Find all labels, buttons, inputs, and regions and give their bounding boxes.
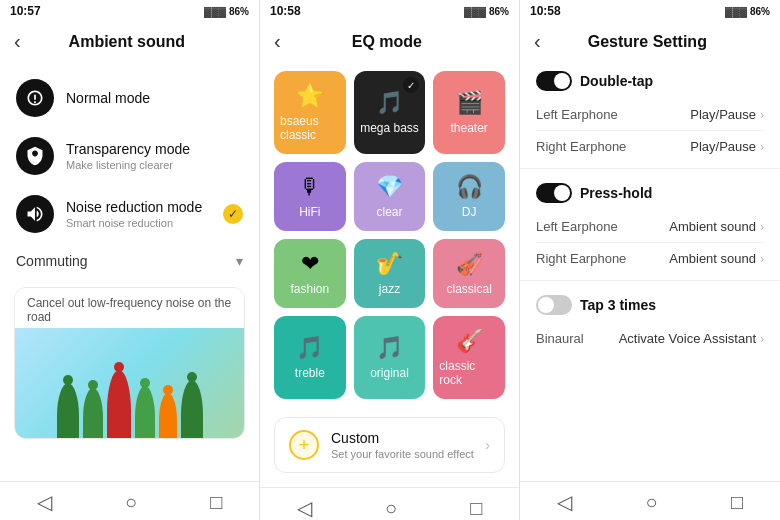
time-3: 10:58 <box>530 4 561 18</box>
people-silhouettes <box>57 370 203 438</box>
transparency-mode-label: Transparency mode <box>66 141 243 157</box>
ambient-header: ‹ Ambient sound <box>0 22 259 61</box>
double-tap-label: Double-tap <box>580 73 653 89</box>
normal-mode-label: Normal mode <box>66 90 243 106</box>
person-6 <box>181 380 203 438</box>
eq-cell-original[interactable]: 🎵 original <box>354 316 426 399</box>
nav-recents-3[interactable]: □ <box>731 491 743 514</box>
nav-recents-1[interactable]: □ <box>210 491 222 514</box>
press-hold-right-value: Ambient sound <box>669 251 756 266</box>
press-hold-right-label: Right Earphone <box>536 251 669 266</box>
hifi-icon: 🎙 <box>299 174 321 200</box>
noise-icon <box>16 195 54 233</box>
status-bar-2: 10:58 ▓▓▓ 86% <box>260 0 519 22</box>
bottom-nav-2: ◁ ○ □ <box>260 487 519 520</box>
normal-mode-item[interactable]: Normal mode <box>0 69 259 127</box>
dj-label: DJ <box>462 205 477 219</box>
clear-icon: 💎 <box>376 174 403 200</box>
classicrock-label: classic rock <box>439 359 499 387</box>
double-tap-left-value: Play/Pause <box>690 107 756 122</box>
eq-cell-classical[interactable]: 🎻 classical <box>433 239 505 308</box>
transparency-mode-item[interactable]: Transparency mode Make listening clearer <box>0 127 259 185</box>
custom-row[interactable]: + Custom Set your favorite sound effect … <box>274 417 505 473</box>
dropdown-arrow: ▾ <box>236 253 243 269</box>
eq-cell-treble[interactable]: 🎵 treble <box>274 316 346 399</box>
commuting-dropdown[interactable]: Commuting ▾ <box>0 243 259 279</box>
eq-cell-classicrock[interactable]: 🎸 classic rock <box>433 316 505 399</box>
eq-cell-clear[interactable]: 💎 clear <box>354 162 426 231</box>
treble-icon: 🎵 <box>296 335 323 361</box>
normal-mode-icon <box>16 79 54 117</box>
status-bar-1: 10:57 ▓▓▓ 86% <box>0 0 259 22</box>
double-tap-right-label: Right Earphone <box>536 139 690 154</box>
card-header-text: Cancel out low-frequency noise on the ro… <box>15 288 244 328</box>
eq-cell-theater[interactable]: 🎬 theater <box>433 71 505 154</box>
press-hold-left-row[interactable]: Left Earphone Ambient sound › <box>536 211 764 243</box>
ambient-mode-list: Normal mode Transparency mode Make liste… <box>0 61 259 481</box>
eq-cell-jazz[interactable]: 🎷 jazz <box>354 239 426 308</box>
custom-chevron: › <box>485 437 490 453</box>
noise-mode-sub: Smart noise reduction <box>66 217 223 229</box>
status-icons-2: ▓▓▓ 86% <box>464 6 509 17</box>
classical-label: classical <box>446 282 491 296</box>
status-icons-1: ▓▓▓ 86% <box>204 6 249 17</box>
person-2 <box>83 388 103 438</box>
double-tap-toggle[interactable] <box>536 71 572 91</box>
press-hold-right-row[interactable]: Right Earphone Ambient sound › <box>536 243 764 274</box>
status-icons-3: ▓▓▓ 86% <box>725 6 770 17</box>
double-tap-right-value: Play/Pause <box>690 139 756 154</box>
double-tap-left-row[interactable]: Left Earphone Play/Pause › <box>536 99 764 131</box>
nav-recents-2[interactable]: □ <box>470 497 482 520</box>
jazz-icon: 🎷 <box>376 251 403 277</box>
person-4 <box>135 386 155 438</box>
noise-check-badge: ✓ <box>223 204 243 224</box>
ambient-sound-panel: 10:57 ▓▓▓ 86% ‹ Ambient sound Normal mod… <box>0 0 260 520</box>
press-hold-toggle[interactable] <box>536 183 572 203</box>
tap3-binaural-row[interactable]: Binaural Activate Voice Assistant › <box>536 323 764 354</box>
normal-mode-text: Normal mode <box>66 90 243 106</box>
original-icon: 🎵 <box>376 335 403 361</box>
eq-cell-hifi[interactable]: 🎙 HiFi <box>274 162 346 231</box>
tap3-title: Tap 3 times <box>536 295 764 315</box>
back-button-3[interactable]: ‹ <box>534 30 541 53</box>
noise-mode-label: Noise reduction mode <box>66 199 223 215</box>
nav-back-2[interactable]: ◁ <box>297 496 312 520</box>
noise-mode-item[interactable]: Noise reduction mode Smart noise reducti… <box>0 185 259 243</box>
double-tap-section: Double-tap Left Earphone Play/Pause › Ri… <box>520 61 780 164</box>
tap3-toggle[interactable] <box>536 295 572 315</box>
press-hold-title: Press-hold <box>536 183 764 203</box>
eq-cell-dj[interactable]: 🎧 DJ <box>433 162 505 231</box>
tap3-binaural-label: Binaural <box>536 331 619 346</box>
treble-label: treble <box>295 366 325 380</box>
eq-cell-fashion[interactable]: ❤ fashion <box>274 239 346 308</box>
fashion-icon: ❤ <box>301 251 319 277</box>
gesture-setting-panel: 10:58 ▓▓▓ 86% ‹ Gesture Setting Double-t… <box>520 0 780 520</box>
press-hold-section: Press-hold Left Earphone Ambient sound ›… <box>520 173 780 276</box>
nav-back-1[interactable]: ◁ <box>37 490 52 514</box>
bottom-nav-3: ◁ ○ □ <box>520 481 780 520</box>
nav-home-3[interactable]: ○ <box>645 491 657 514</box>
eq-cell-megabass[interactable]: 🎵 mega bass ✓ <box>354 71 426 154</box>
nav-home-1[interactable]: ○ <box>125 491 137 514</box>
hifi-label: HiFi <box>299 205 320 219</box>
card-illustration <box>15 328 244 438</box>
commuting-label: Commuting <box>16 253 88 269</box>
megabass-label: mega bass <box>360 121 419 135</box>
eq-cell-bsclassic[interactable]: ⭐ bsaeus classic <box>274 71 346 154</box>
transparency-mode-text: Transparency mode Make listening clearer <box>66 141 243 171</box>
divider-2 <box>520 280 780 281</box>
megabass-icon: 🎵 <box>376 90 403 116</box>
battery-1: 86% <box>229 6 249 17</box>
ambient-title: Ambient sound <box>33 33 221 51</box>
fashion-label: fashion <box>290 282 329 296</box>
nav-home-2[interactable]: ○ <box>385 497 397 520</box>
eq-header: ‹ EQ mode <box>260 22 519 61</box>
back-button-2[interactable]: ‹ <box>274 30 281 53</box>
bsclassic-label: bsaeus classic <box>280 114 340 142</box>
nav-back-3[interactable]: ◁ <box>557 490 572 514</box>
double-tap-right-row[interactable]: Right Earphone Play/Pause › <box>536 131 764 162</box>
double-tap-left-chevron: › <box>760 108 764 122</box>
ambient-card: Cancel out low-frequency noise on the ro… <box>14 287 245 439</box>
classical-icon: 🎻 <box>456 251 483 277</box>
back-button-1[interactable]: ‹ <box>14 30 21 53</box>
